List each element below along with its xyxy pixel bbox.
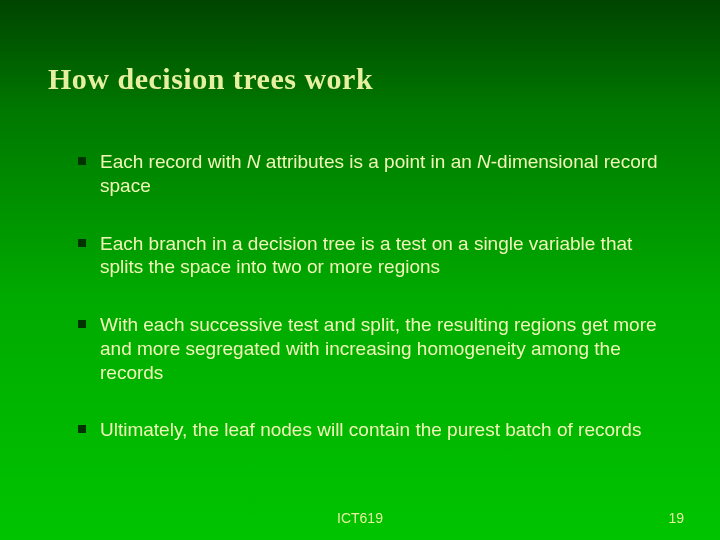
- slide-title: How decision trees work: [48, 62, 373, 96]
- bullet-text: Each branch in a decision tree is a test…: [100, 232, 670, 280]
- text-segment: Ultimately, the leaf nodes will contain …: [100, 419, 641, 440]
- bullet-item: Each record with N attributes is a point…: [78, 150, 670, 198]
- slide-body: Each record with N attributes is a point…: [78, 150, 670, 476]
- text-segment: With each successive test and split, the…: [100, 314, 657, 383]
- footer-label: ICT619: [0, 510, 720, 526]
- bullet-marker-icon: [78, 425, 86, 433]
- bullet-marker-icon: [78, 239, 86, 247]
- page-number: 19: [668, 510, 684, 526]
- italic-text: N: [477, 151, 491, 172]
- bullet-item: Each branch in a decision tree is a test…: [78, 232, 670, 280]
- italic-text: N: [247, 151, 261, 172]
- bullet-text: Ultimately, the leaf nodes will contain …: [100, 418, 670, 442]
- text-segment: Each branch in a decision tree is a test…: [100, 233, 632, 278]
- bullet-item: Ultimately, the leaf nodes will contain …: [78, 418, 670, 442]
- bullet-text: Each record with N attributes is a point…: [100, 150, 670, 198]
- bullet-marker-icon: [78, 157, 86, 165]
- bullet-marker-icon: [78, 320, 86, 328]
- text-segment: Each record with: [100, 151, 247, 172]
- bullet-item: With each successive test and split, the…: [78, 313, 670, 384]
- bullet-text: With each successive test and split, the…: [100, 313, 670, 384]
- slide: How decision trees work Each record with…: [0, 0, 720, 540]
- text-segment: attributes is a point in an: [261, 151, 478, 172]
